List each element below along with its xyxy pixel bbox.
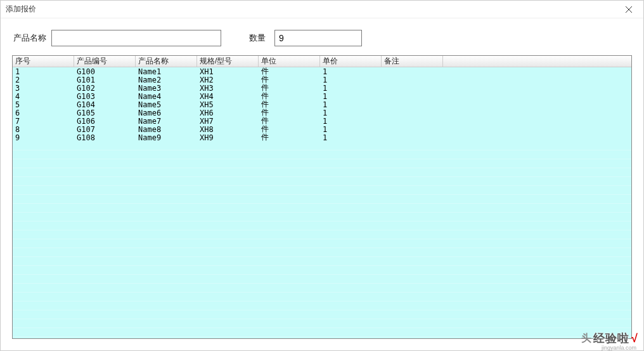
watermark-head-icon: 头 bbox=[581, 332, 591, 345]
col-header-unit[interactable]: 单位 bbox=[259, 56, 320, 67]
col-header-seq[interactable]: 序号 bbox=[13, 56, 74, 67]
cell-code: G108 bbox=[74, 133, 136, 142]
cell-code: G100 bbox=[74, 67, 136, 76]
table-row[interactable]: 9G108Name9XH9件1 bbox=[13, 133, 631, 142]
cell-seq: 7 bbox=[13, 117, 74, 125]
form-row: 产品名称 数量 bbox=[1, 18, 643, 53]
cell-unit: 件 bbox=[259, 133, 320, 142]
cell-spacer bbox=[443, 109, 631, 117]
watermark-url: jingyanla.com bbox=[602, 345, 636, 351]
cell-spacer bbox=[443, 84, 631, 92]
quantity-input[interactable] bbox=[274, 30, 362, 46]
cell-code: G105 bbox=[74, 109, 136, 117]
cell-spec: XH7 bbox=[197, 117, 259, 125]
cell-seq: 6 bbox=[13, 109, 74, 117]
col-header-price[interactable]: 单价 bbox=[320, 56, 382, 67]
cell-remark bbox=[382, 84, 443, 92]
cell-spec: XH2 bbox=[197, 76, 259, 84]
window-title: 添加报价 bbox=[6, 4, 36, 15]
cell-price: 1 bbox=[320, 92, 382, 100]
cell-spec: XH6 bbox=[197, 109, 259, 117]
data-table: 序号 产品编号 产品名称 规格/型号 单位 单价 备注 1G100Name1XH… bbox=[12, 55, 632, 339]
cell-name: Name3 bbox=[136, 84, 197, 92]
cell-spacer bbox=[443, 125, 631, 133]
col-header-spacer bbox=[443, 56, 631, 67]
cell-seq: 8 bbox=[13, 125, 74, 133]
col-header-code[interactable]: 产品编号 bbox=[74, 56, 136, 67]
cell-seq: 1 bbox=[13, 67, 74, 76]
window: 添加报价 产品名称 数量 序号 产品编号 产品名称 规格/型号 单位 单价 备注… bbox=[0, 0, 644, 351]
cell-unit: 件 bbox=[259, 100, 320, 109]
cell-price: 1 bbox=[320, 125, 382, 133]
cell-unit: 件 bbox=[259, 109, 320, 117]
cell-spec: XH1 bbox=[197, 67, 259, 76]
cell-remark bbox=[382, 125, 443, 133]
cell-price: 1 bbox=[320, 67, 382, 76]
cell-price: 1 bbox=[320, 109, 382, 117]
cell-spec: XH8 bbox=[197, 125, 259, 133]
cell-price: 1 bbox=[320, 84, 382, 92]
watermark-check-icon: √ bbox=[631, 332, 638, 345]
cell-name: Name8 bbox=[136, 125, 197, 133]
cell-code: G107 bbox=[74, 125, 136, 133]
cell-seq: 4 bbox=[13, 92, 74, 100]
cell-unit: 件 bbox=[259, 125, 320, 133]
watermark: 头 经验啦 √ bbox=[581, 331, 638, 346]
cell-remark bbox=[382, 76, 443, 84]
empty-area bbox=[13, 142, 631, 339]
cell-spacer bbox=[443, 92, 631, 100]
cell-name: Name9 bbox=[136, 133, 197, 142]
cell-spacer bbox=[443, 117, 631, 125]
cell-remark bbox=[382, 117, 443, 125]
cell-price: 1 bbox=[320, 76, 382, 84]
cell-seq: 9 bbox=[13, 133, 74, 142]
table-header: 序号 产品编号 产品名称 规格/型号 单位 单价 备注 bbox=[13, 56, 631, 67]
close-button[interactable] bbox=[619, 3, 638, 16]
cell-spacer bbox=[443, 67, 631, 76]
cell-spacer bbox=[443, 133, 631, 142]
cell-seq: 5 bbox=[13, 100, 74, 109]
table-row[interactable]: 5G104Name5XH5件1 bbox=[13, 100, 631, 109]
cell-name: Name2 bbox=[136, 76, 197, 84]
product-name-label: 产品名称 bbox=[13, 32, 46, 44]
cell-spacer bbox=[443, 76, 631, 84]
cell-unit: 件 bbox=[259, 67, 320, 76]
cell-name: Name7 bbox=[136, 117, 197, 125]
cell-name: Name6 bbox=[136, 109, 197, 117]
cell-spacer bbox=[443, 100, 631, 109]
cell-spec: XH3 bbox=[197, 84, 259, 92]
cell-remark bbox=[382, 67, 443, 76]
close-icon bbox=[626, 6, 632, 13]
cell-unit: 件 bbox=[259, 84, 320, 92]
titlebar: 添加报价 bbox=[1, 1, 643, 18]
cell-unit: 件 bbox=[259, 76, 320, 84]
col-header-name[interactable]: 产品名称 bbox=[136, 56, 197, 67]
cell-name: Name5 bbox=[136, 100, 197, 109]
table-row[interactable]: 1G100Name1XH1件1 bbox=[13, 67, 631, 76]
cell-spec: XH9 bbox=[197, 133, 259, 142]
cell-name: Name4 bbox=[136, 92, 197, 100]
table-row[interactable]: 8G107Name8XH8件1 bbox=[13, 125, 631, 133]
cell-unit: 件 bbox=[259, 92, 320, 100]
table-row[interactable]: 2G101Name2XH2件1 bbox=[13, 76, 631, 84]
quantity-label: 数量 bbox=[249, 32, 266, 44]
cell-remark bbox=[382, 133, 443, 142]
cell-name: Name1 bbox=[136, 67, 197, 76]
table-row[interactable]: 3G102Name3XH3件1 bbox=[13, 84, 631, 92]
col-header-remark[interactable]: 备注 bbox=[382, 56, 443, 67]
watermark-text: 经验啦 bbox=[593, 331, 629, 346]
product-name-input[interactable] bbox=[51, 30, 221, 46]
table-row[interactable]: 4G103Name4XH4件1 bbox=[13, 92, 631, 100]
table-row[interactable]: 7G106Name7XH7件1 bbox=[13, 117, 631, 125]
table-row[interactable]: 6G105Name6XH6件1 bbox=[13, 109, 631, 117]
cell-code: G104 bbox=[74, 100, 136, 109]
col-header-spec[interactable]: 规格/型号 bbox=[197, 56, 259, 67]
cell-code: G102 bbox=[74, 84, 136, 92]
cell-code: G103 bbox=[74, 92, 136, 100]
cell-code: G101 bbox=[74, 76, 136, 84]
table-body: 1G100Name1XH1件12G101Name2XH2件13G102Name3… bbox=[13, 67, 631, 142]
cell-code: G106 bbox=[74, 117, 136, 125]
cell-price: 1 bbox=[320, 100, 382, 109]
cell-price: 1 bbox=[320, 117, 382, 125]
cell-spec: XH5 bbox=[197, 100, 259, 109]
